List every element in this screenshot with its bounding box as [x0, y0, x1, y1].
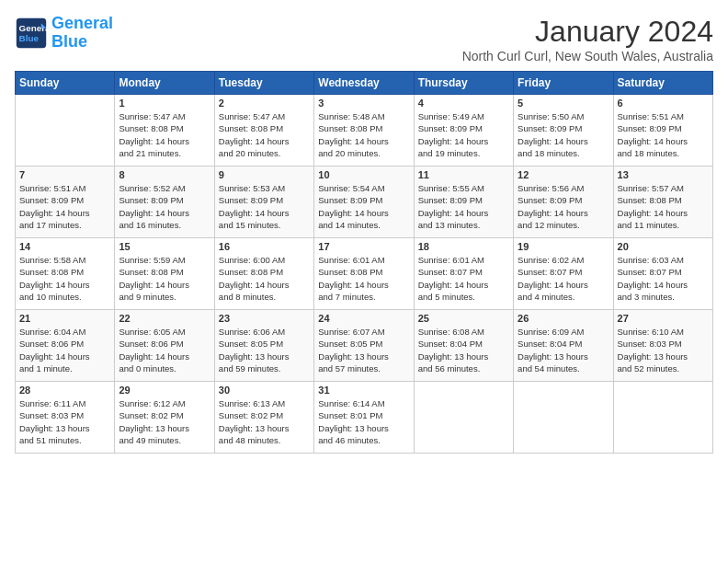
- day-number: 4: [418, 98, 509, 109]
- calendar-cell: [613, 382, 712, 454]
- day-number: 21: [19, 313, 110, 324]
- weekday-header-row: SundayMondayTuesdayWednesdayThursdayFrid…: [16, 72, 713, 95]
- calendar-cell: 31Sunrise: 6:14 AM Sunset: 8:01 PM Dayli…: [314, 382, 414, 454]
- day-info: Sunrise: 5:50 AM Sunset: 8:09 PM Dayligh…: [518, 110, 609, 159]
- day-number: 30: [219, 385, 310, 396]
- calendar-cell: 25Sunrise: 6:08 AM Sunset: 8:04 PM Dayli…: [414, 310, 513, 382]
- day-number: 29: [119, 385, 210, 396]
- svg-text:General: General: [19, 23, 49, 33]
- day-number: 16: [219, 241, 310, 252]
- day-info: Sunrise: 5:56 AM Sunset: 8:09 PM Dayligh…: [518, 182, 609, 231]
- day-info: Sunrise: 6:10 AM Sunset: 8:03 PM Dayligh…: [618, 326, 709, 374]
- week-row-2: 7Sunrise: 5:51 AM Sunset: 8:09 PM Daylig…: [16, 167, 713, 238]
- day-info: Sunrise: 6:08 AM Sunset: 8:04 PM Dayligh…: [418, 326, 509, 374]
- day-info: Sunrise: 5:51 AM Sunset: 8:09 PM Dayligh…: [618, 110, 709, 159]
- logo: General Blue General Blue: [15, 15, 113, 52]
- logo-text: General Blue: [51, 15, 113, 52]
- day-number: 14: [19, 241, 110, 252]
- calendar-cell: 20Sunrise: 6:03 AM Sunset: 8:07 PM Dayli…: [613, 238, 712, 310]
- day-info: Sunrise: 5:47 AM Sunset: 8:08 PM Dayligh…: [119, 110, 210, 159]
- day-number: 24: [318, 313, 409, 324]
- day-info: Sunrise: 5:59 AM Sunset: 8:08 PM Dayligh…: [119, 254, 210, 303]
- day-info: Sunrise: 5:48 AM Sunset: 8:08 PM Dayligh…: [318, 110, 409, 159]
- calendar-cell: [514, 382, 613, 454]
- title-block: January 2024 North Curl Curl, New South …: [462, 15, 713, 63]
- day-info: Sunrise: 6:01 AM Sunset: 8:08 PM Dayligh…: [318, 254, 409, 303]
- week-row-1: 1Sunrise: 5:47 AM Sunset: 8:08 PM Daylig…: [16, 95, 713, 167]
- calendar-cell: 12Sunrise: 5:56 AM Sunset: 8:09 PM Dayli…: [514, 167, 613, 238]
- calendar-cell: 3Sunrise: 5:48 AM Sunset: 8:08 PM Daylig…: [314, 95, 414, 167]
- calendar-cell: 29Sunrise: 6:12 AM Sunset: 8:02 PM Dayli…: [115, 382, 214, 454]
- day-info: Sunrise: 5:51 AM Sunset: 8:09 PM Dayligh…: [19, 182, 110, 231]
- weekday-header-saturday: Saturday: [613, 72, 712, 95]
- day-number: 27: [618, 313, 709, 324]
- weekday-header-thursday: Thursday: [414, 72, 513, 95]
- day-number: 11: [418, 169, 509, 180]
- logo-line1: General: [51, 14, 113, 32]
- svg-text:Blue: Blue: [19, 33, 40, 43]
- weekday-header-monday: Monday: [115, 72, 214, 95]
- calendar-cell: 15Sunrise: 5:59 AM Sunset: 8:08 PM Dayli…: [115, 238, 214, 310]
- day-info: Sunrise: 5:54 AM Sunset: 8:09 PM Dayligh…: [318, 182, 409, 231]
- day-info: Sunrise: 6:14 AM Sunset: 8:01 PM Dayligh…: [318, 397, 409, 446]
- day-info: Sunrise: 6:05 AM Sunset: 8:06 PM Dayligh…: [119, 326, 210, 374]
- day-number: 26: [518, 313, 609, 324]
- calendar-cell: [414, 382, 513, 454]
- weekday-header-wednesday: Wednesday: [314, 72, 414, 95]
- day-info: Sunrise: 6:06 AM Sunset: 8:05 PM Dayligh…: [219, 326, 310, 374]
- calendar-cell: 18Sunrise: 6:01 AM Sunset: 8:07 PM Dayli…: [414, 238, 513, 310]
- calendar-cell: 19Sunrise: 6:02 AM Sunset: 8:07 PM Dayli…: [514, 238, 613, 310]
- day-info: Sunrise: 6:00 AM Sunset: 8:08 PM Dayligh…: [219, 254, 310, 303]
- logo-icon: General Blue: [15, 17, 48, 50]
- day-info: Sunrise: 6:09 AM Sunset: 8:04 PM Dayligh…: [518, 326, 609, 374]
- calendar-cell: 9Sunrise: 5:53 AM Sunset: 8:09 PM Daylig…: [214, 167, 313, 238]
- day-info: Sunrise: 6:12 AM Sunset: 8:02 PM Dayligh…: [119, 397, 210, 446]
- day-info: Sunrise: 6:04 AM Sunset: 8:06 PM Dayligh…: [19, 326, 110, 374]
- calendar-cell: 30Sunrise: 6:13 AM Sunset: 8:02 PM Dayli…: [214, 382, 313, 454]
- calendar-cell: 27Sunrise: 6:10 AM Sunset: 8:03 PM Dayli…: [613, 310, 712, 382]
- calendar-cell: 16Sunrise: 6:00 AM Sunset: 8:08 PM Dayli…: [214, 238, 313, 310]
- day-number: 2: [219, 98, 310, 109]
- day-info: Sunrise: 5:49 AM Sunset: 8:09 PM Dayligh…: [418, 110, 509, 159]
- day-info: Sunrise: 5:57 AM Sunset: 8:08 PM Dayligh…: [618, 182, 709, 231]
- day-number: 17: [318, 241, 409, 252]
- calendar-cell: 6Sunrise: 5:51 AM Sunset: 8:09 PM Daylig…: [613, 95, 712, 167]
- week-row-5: 28Sunrise: 6:11 AM Sunset: 8:03 PM Dayli…: [16, 382, 713, 454]
- day-info: Sunrise: 6:13 AM Sunset: 8:02 PM Dayligh…: [219, 397, 310, 446]
- calendar-cell: 13Sunrise: 5:57 AM Sunset: 8:08 PM Dayli…: [613, 167, 712, 238]
- calendar-cell: 28Sunrise: 6:11 AM Sunset: 8:03 PM Dayli…: [16, 382, 115, 454]
- day-number: 3: [318, 98, 409, 109]
- weekday-header-friday: Friday: [514, 72, 613, 95]
- day-info: Sunrise: 6:03 AM Sunset: 8:07 PM Dayligh…: [618, 254, 709, 303]
- day-number: 25: [418, 313, 509, 324]
- day-number: 7: [19, 169, 110, 180]
- calendar-cell: 2Sunrise: 5:47 AM Sunset: 8:08 PM Daylig…: [214, 95, 313, 167]
- calendar-cell: 7Sunrise: 5:51 AM Sunset: 8:09 PM Daylig…: [16, 167, 115, 238]
- calendar-cell: 1Sunrise: 5:47 AM Sunset: 8:08 PM Daylig…: [115, 95, 214, 167]
- week-row-4: 21Sunrise: 6:04 AM Sunset: 8:06 PM Dayli…: [16, 310, 713, 382]
- day-info: Sunrise: 6:01 AM Sunset: 8:07 PM Dayligh…: [418, 254, 509, 303]
- location: North Curl Curl, New South Wales, Austra…: [462, 49, 713, 63]
- week-row-3: 14Sunrise: 5:58 AM Sunset: 8:08 PM Dayli…: [16, 238, 713, 310]
- day-info: Sunrise: 5:55 AM Sunset: 8:09 PM Dayligh…: [418, 182, 509, 231]
- calendar-cell: 4Sunrise: 5:49 AM Sunset: 8:09 PM Daylig…: [414, 95, 513, 167]
- month-title: January 2024: [462, 15, 713, 49]
- day-number: 6: [618, 98, 709, 109]
- day-number: 22: [119, 313, 210, 324]
- calendar-cell: 10Sunrise: 5:54 AM Sunset: 8:09 PM Dayli…: [314, 167, 414, 238]
- calendar-table: SundayMondayTuesdayWednesdayThursdayFrid…: [15, 71, 713, 454]
- day-number: 5: [518, 98, 609, 109]
- day-info: Sunrise: 5:53 AM Sunset: 8:09 PM Dayligh…: [219, 182, 310, 231]
- calendar-cell: 22Sunrise: 6:05 AM Sunset: 8:06 PM Dayli…: [115, 310, 214, 382]
- day-number: 13: [618, 169, 709, 180]
- calendar-cell: 14Sunrise: 5:58 AM Sunset: 8:08 PM Dayli…: [16, 238, 115, 310]
- weekday-header-sunday: Sunday: [16, 72, 115, 95]
- day-info: Sunrise: 5:58 AM Sunset: 8:08 PM Dayligh…: [19, 254, 110, 303]
- day-info: Sunrise: 5:52 AM Sunset: 8:09 PM Dayligh…: [119, 182, 210, 231]
- day-number: 23: [219, 313, 310, 324]
- day-number: 15: [119, 241, 210, 252]
- day-info: Sunrise: 6:02 AM Sunset: 8:07 PM Dayligh…: [518, 254, 609, 303]
- day-number: 12: [518, 169, 609, 180]
- day-number: 9: [219, 169, 310, 180]
- day-info: Sunrise: 6:11 AM Sunset: 8:03 PM Dayligh…: [19, 397, 110, 446]
